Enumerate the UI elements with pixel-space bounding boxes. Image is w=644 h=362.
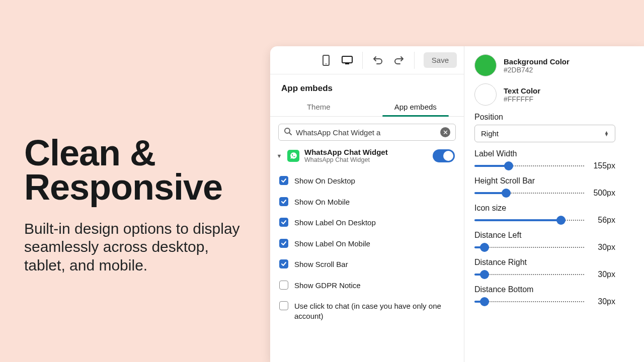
slider[interactable] (474, 244, 584, 250)
slider-block: Distance Bottom30px (474, 285, 644, 306)
tab-app-embeds[interactable]: App embeds (367, 98, 464, 116)
check-label: Show Label On Mobile (294, 239, 370, 249)
chevron-down-icon[interactable]: ▼ (276, 153, 282, 159)
position-label: Position (474, 113, 644, 122)
background-color-label: Background Color (504, 57, 570, 66)
slider-block: Height Scroll Bar500px (474, 176, 644, 198)
left-column: Save App embeds Theme App embeds ✕ ▼ Wha… (270, 46, 464, 362)
slider-knob[interactable] (480, 243, 489, 252)
undo-icon[interactable] (372, 54, 384, 66)
toolbar-center-group (320, 46, 415, 74)
check-row: Show Label On Desktop (279, 212, 455, 233)
slider-knob[interactable] (556, 216, 566, 225)
widget-subtitle: WhatsApp Chat Widget (304, 156, 428, 163)
widget-info: WhatsApp Chat Widget WhatsApp Chat Widge… (304, 148, 428, 163)
check-label: Show Label On Desktop (294, 218, 376, 228)
whatsapp-icon (287, 150, 299, 162)
search-icon (284, 127, 292, 137)
check-row: Show GDPR Notice (279, 275, 455, 296)
slider-label: Icon size (474, 204, 644, 213)
slider[interactable] (474, 299, 584, 305)
checkbox[interactable] (279, 197, 288, 206)
check-row: Show Label On Mobile (279, 233, 455, 254)
slider-block: Label Width155px (474, 149, 644, 170)
toolbar: Save (270, 46, 464, 74)
position-select[interactable]: Right ▲▼ (474, 125, 615, 142)
checkbox[interactable] (279, 281, 288, 290)
slider-value: 500px (590, 189, 615, 198)
check-label: Show On Desktop (294, 176, 355, 186)
search-input[interactable] (296, 128, 436, 137)
text-color-swatch[interactable] (474, 83, 497, 106)
widget-row: ▼ WhatsApp Chat Widget WhatsApp Chat Wid… (270, 146, 464, 165)
section-title: App embeds (270, 74, 464, 98)
mobile-view-icon[interactable] (320, 54, 332, 66)
slider-knob[interactable] (480, 297, 489, 306)
slider-value: 56px (590, 216, 615, 225)
checkbox[interactable] (279, 176, 288, 185)
select-caret-icon: ▲▼ (604, 131, 609, 136)
hero-title: Clean & Responsive (24, 136, 246, 205)
position-value: Right (481, 129, 499, 138)
checkbox[interactable] (279, 239, 288, 248)
slider[interactable] (474, 217, 584, 223)
slider-block: Distance Left30px (474, 231, 644, 252)
checkbox[interactable] (279, 259, 288, 268)
right-column: Background Color #2DB742 Text Color #FFF… (464, 46, 644, 362)
check-row: Show On Desktop (279, 170, 455, 192)
hero: Clean & Responsive Built-in design optio… (24, 136, 246, 275)
redo-icon[interactable] (393, 54, 405, 66)
background-color-value: #2DB742 (504, 66, 570, 74)
svg-rect-3 (345, 63, 349, 64)
slider-value: 155px (590, 161, 615, 170)
check-row: Use click to chat (in case you have only… (279, 296, 455, 326)
slider-knob[interactable] (504, 161, 513, 170)
check-label: Use click to chat (in case you have only… (294, 301, 455, 321)
svg-rect-2 (342, 56, 352, 63)
slider-value: 30px (590, 270, 615, 279)
slider-block: Icon size56px (474, 204, 644, 225)
widget-title: WhatsApp Chat Widget (304, 148, 428, 156)
checkbox[interactable] (279, 301, 288, 310)
svg-point-1 (326, 63, 327, 64)
hero-subtitle: Built-in design options to display seaml… (24, 220, 246, 275)
check-row: Show On Mobile (279, 192, 455, 213)
slider-label: Label Width (474, 149, 644, 158)
slider-label: Distance Right (474, 258, 644, 267)
check-label: Show Scroll Bar (294, 259, 348, 269)
check-label: Show GDPR Notice (294, 281, 361, 291)
text-color-row: Text Color #FFFFFF (474, 83, 644, 106)
slider-knob[interactable] (480, 270, 489, 279)
svg-line-5 (289, 133, 291, 135)
editor-panel: Save App embeds Theme App embeds ✕ ▼ Wha… (270, 46, 644, 362)
slider-label: Distance Bottom (474, 285, 644, 294)
desktop-view-icon[interactable] (341, 54, 353, 66)
slider-label: Height Scroll Bar (474, 176, 644, 186)
slider-value: 30px (590, 297, 615, 306)
text-color-label: Text Color (504, 86, 540, 95)
background-color-swatch[interactable] (474, 54, 497, 76)
background-color-row: Background Color #2DB742 (474, 54, 644, 76)
slider[interactable] (474, 272, 584, 278)
tab-theme[interactable]: Theme (270, 98, 367, 116)
save-button[interactable]: Save (424, 52, 457, 68)
tabs: Theme App embeds (270, 98, 464, 117)
check-list: Show On DesktopShow On MobileShow Label … (270, 165, 464, 331)
slider[interactable] (474, 190, 584, 196)
check-label: Show On Mobile (294, 197, 350, 207)
slider-value: 30px (590, 243, 615, 252)
clear-search-icon[interactable]: ✕ (440, 127, 450, 137)
slider-label: Distance Left (474, 231, 644, 240)
slider-block: Distance Right30px (474, 258, 644, 279)
widget-enable-toggle[interactable] (433, 149, 455, 162)
check-row: Show Scroll Bar (279, 254, 455, 275)
slider[interactable] (474, 163, 584, 169)
slider-knob[interactable] (502, 189, 511, 198)
text-color-value: #FFFFFF (504, 95, 540, 103)
checkbox[interactable] (279, 218, 288, 227)
search-input-wrap: ✕ (278, 124, 456, 141)
